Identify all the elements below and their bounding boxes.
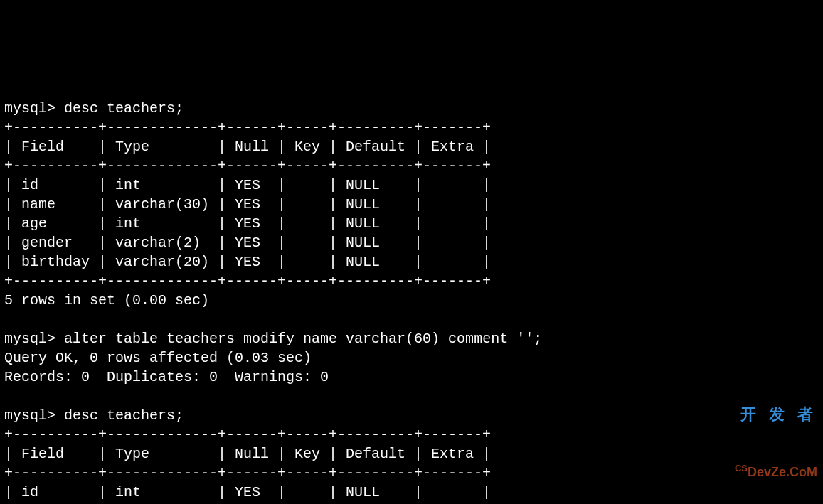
prompt: mysql> — [4, 100, 55, 117]
prompt: mysql> — [4, 407, 55, 424]
table-row: | id | int | YES | | NULL | | — [4, 484, 491, 500]
table-row: | name | varchar(30) | YES | | NULL | | — [4, 196, 491, 213]
prompt: mysql> — [4, 331, 55, 347]
terminal-output: mysql> desc teachers; +----------+------… — [4, 80, 819, 504]
cmd-line-1[interactable]: mysql> desc teachers; — [4, 100, 184, 117]
command-2: alter table teachers modify name varchar… — [64, 331, 542, 347]
command-1: desc teachers; — [64, 100, 184, 117]
table-border: +----------+-------------+------+-----+-… — [4, 119, 491, 136]
table-row: | age | int | YES | | NULL | | — [4, 215, 491, 232]
table-row: | gender | varchar(2) | YES | | NULL | | — [4, 235, 491, 251]
cmd-line-2[interactable]: mysql> alter table teachers modify name … — [4, 331, 542, 347]
command-3: desc teachers; — [64, 407, 184, 424]
row-count: 5 rows in set (0.00 sec) — [4, 292, 209, 309]
table-border: +----------+-------------+------+-----+-… — [4, 465, 491, 481]
query-ok: Query OK, 0 rows affected (0.03 sec) — [4, 350, 312, 366]
table-header: | Field | Type | Null | Key | Default | … — [4, 139, 491, 155]
table-border: +----------+-------------+------+-----+-… — [4, 273, 491, 289]
table-row: | id | int | YES | | NULL | | — [4, 177, 491, 193]
table-border: +----------+-------------+------+-----+-… — [4, 158, 491, 174]
query-records: Records: 0 Duplicates: 0 Warnings: 0 — [4, 369, 329, 385]
cmd-line-3[interactable]: mysql> desc teachers; — [4, 407, 184, 424]
table-row: | birthday | varchar(20) | YES | | NULL … — [4, 254, 491, 270]
table-header: | Field | Type | Null | Key | Default | … — [4, 446, 491, 462]
table-border: +----------+-------------+------+-----+-… — [4, 427, 491, 443]
